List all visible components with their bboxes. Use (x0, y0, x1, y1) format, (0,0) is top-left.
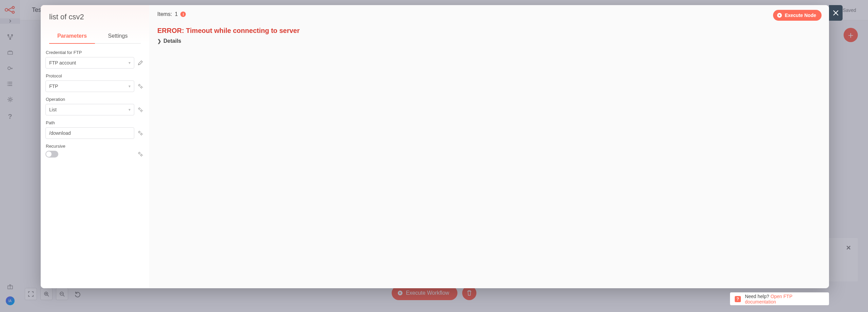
operation-options-icon[interactable] (138, 107, 144, 112)
chevron-down-icon: ▾ (129, 107, 131, 112)
svg-point-17 (141, 110, 142, 111)
error-message: ERROR: Timeout while connecting to serve… (157, 27, 821, 35)
protocol-select[interactable]: FTP ▾ (45, 80, 134, 92)
execute-node-label: Execute Node (785, 13, 816, 18)
play-icon (777, 13, 782, 18)
tab-parameters[interactable]: Parameters (49, 30, 95, 44)
items-header: Items: 1 i (157, 11, 821, 17)
chevron-down-icon: ▾ (129, 60, 131, 65)
credential-value: FTP account (49, 60, 76, 66)
edit-credential-icon[interactable] (138, 60, 144, 66)
help-bar: ? Need help? Open FTP documentation (730, 292, 829, 305)
recursive-label: Recursive (45, 144, 144, 149)
parameters-panel: list of csv2 Parameters Settings Credent… (41, 5, 149, 288)
node-editor-modal: list of csv2 Parameters Settings Credent… (41, 5, 829, 288)
close-modal-button[interactable] (829, 5, 843, 21)
tab-settings[interactable]: Settings (95, 30, 141, 44)
credential-label: Credential for FTP (45, 50, 144, 55)
protocol-options-icon[interactable] (138, 84, 144, 89)
recursive-toggle[interactable] (45, 151, 58, 158)
details-toggle[interactable]: ❯ Details (157, 38, 821, 44)
path-label: Path (45, 120, 144, 125)
node-title: list of csv2 (49, 13, 141, 21)
path-input[interactable] (45, 127, 134, 139)
info-icon[interactable]: i (180, 12, 186, 17)
items-label: Items: (157, 11, 172, 17)
execute-node-button[interactable]: Execute Node (773, 10, 822, 21)
output-panel: Items: 1 i Execute Node ERROR: Timeout w… (149, 5, 829, 288)
svg-point-20 (139, 152, 140, 154)
recursive-options-icon[interactable] (138, 151, 144, 157)
protocol-label: Protocol (45, 73, 144, 78)
svg-point-15 (141, 87, 142, 88)
operation-label: Operation (45, 97, 144, 102)
path-options-icon[interactable] (138, 130, 144, 136)
tab-bar: Parameters Settings (49, 30, 141, 44)
items-count: 1 (175, 11, 178, 17)
operation-select[interactable]: List ▾ (45, 104, 134, 115)
details-label: Details (163, 38, 181, 44)
svg-point-16 (139, 108, 140, 109)
svg-point-19 (141, 133, 142, 135)
svg-point-18 (139, 131, 140, 133)
chevron-down-icon: ▾ (129, 84, 131, 89)
operation-value: List (49, 107, 57, 112)
help-icon: ? (735, 296, 741, 302)
protocol-value: FTP (49, 84, 58, 89)
chevron-right-icon: ❯ (157, 38, 161, 44)
svg-point-21 (141, 154, 142, 156)
credential-select[interactable]: FTP account ▾ (45, 57, 134, 69)
svg-point-14 (139, 85, 140, 86)
help-prompt: Need help? (745, 294, 769, 299)
